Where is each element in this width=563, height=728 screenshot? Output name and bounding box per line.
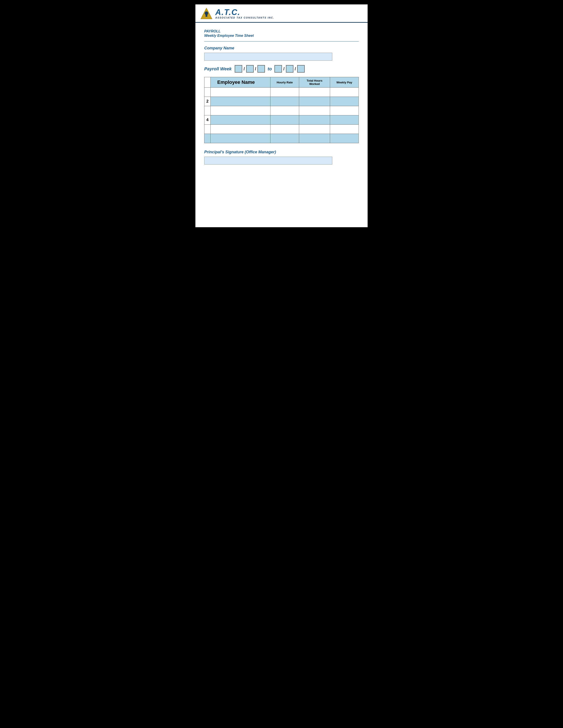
total-hours-6[interactable]: [299, 134, 330, 143]
weekly-pay-3[interactable]: [330, 106, 359, 115]
employee-name-6[interactable]: [211, 134, 270, 143]
employee-name-4[interactable]: [211, 115, 270, 125]
hourly-rate-3[interactable]: [270, 106, 299, 115]
sep3: /: [283, 66, 285, 71]
col-pay-header: Weekly Pay: [330, 77, 359, 88]
to-label: to: [267, 66, 272, 71]
employee-name-2[interactable]: [211, 97, 270, 106]
sep2: /: [255, 66, 256, 71]
row-num-4: 4: [204, 115, 211, 125]
end-year-input[interactable]: [297, 65, 305, 73]
table-row: [204, 88, 359, 97]
page: A.T.C. ASSOCIATED TAX CONSULTANTS INC. P…: [195, 4, 368, 227]
weekly-pay-2[interactable]: [330, 97, 359, 106]
total-hours-5[interactable]: [299, 125, 330, 134]
col-hourly-header: Hourly Rate: [270, 77, 299, 88]
col-employee-header: Employee Name: [211, 77, 270, 88]
row-num-5: [204, 125, 211, 134]
hourly-rate-6[interactable]: [270, 134, 299, 143]
table-row: 4: [204, 115, 359, 125]
company-name-label: Company Name: [204, 46, 359, 51]
timesheet-table: Employee Name Hourly Rate Total Hours Wo…: [204, 77, 359, 143]
row-num-1: [204, 88, 211, 97]
signature-input[interactable]: [204, 157, 332, 165]
total-hours-4[interactable]: [299, 115, 330, 125]
start-year-input[interactable]: [257, 65, 265, 73]
sep1: /: [243, 66, 245, 71]
employee-name-3[interactable]: [211, 106, 270, 115]
brand-short: A.T.C.: [215, 8, 274, 16]
start-day-input[interactable]: [246, 65, 254, 73]
content-area: PAYROLL Weekly Employee Time Sheet Compa…: [195, 23, 368, 171]
page-subtitle: Weekly Employee Time Sheet: [204, 34, 359, 38]
hourly-rate-4[interactable]: [270, 115, 299, 125]
hourly-rate-5[interactable]: [270, 125, 299, 134]
table-row: [204, 106, 359, 115]
payroll-week-row: Payroll Week / / to / /: [204, 65, 359, 73]
weekly-pay-4[interactable]: [330, 115, 359, 125]
table-row: [204, 134, 359, 143]
employee-name-5[interactable]: [211, 125, 270, 134]
svg-point-1: [205, 11, 208, 15]
brand-full: ASSOCIATED TAX CONSULTANTS INC.: [215, 16, 274, 19]
total-hours-1[interactable]: [299, 88, 330, 97]
header: A.T.C. ASSOCIATED TAX CONSULTANTS INC.: [195, 4, 368, 23]
signature-label: Principal's Signature (Office Manager): [204, 150, 359, 154]
row-num-6: [204, 134, 211, 143]
hourly-rate-1[interactable]: [270, 88, 299, 97]
end-day-input[interactable]: [286, 65, 294, 73]
payroll-week-label: Payroll Week: [204, 66, 231, 71]
sep4: /: [295, 66, 296, 71]
table-row: 2: [204, 97, 359, 106]
weekly-pay-6[interactable]: [330, 134, 359, 143]
total-hours-2[interactable]: [299, 97, 330, 106]
logo: [200, 7, 213, 20]
total-hours-3[interactable]: [299, 106, 330, 115]
employee-name-1[interactable]: [211, 88, 270, 97]
svg-rect-2: [205, 15, 207, 17]
weekly-pay-5[interactable]: [330, 125, 359, 134]
row-num-3: [204, 106, 211, 115]
row-num-2: 2: [204, 97, 211, 106]
start-month-input[interactable]: [235, 65, 242, 73]
header-brand: A.T.C. ASSOCIATED TAX CONSULTANTS INC.: [215, 8, 274, 19]
end-month-input[interactable]: [274, 65, 282, 73]
col-hours-header: Total Hours Worked: [299, 77, 330, 88]
hourly-rate-2[interactable]: [270, 97, 299, 106]
payroll-title: PAYROLL: [204, 29, 359, 33]
weekly-pay-1[interactable]: [330, 88, 359, 97]
table-row: [204, 125, 359, 134]
company-name-input[interactable]: [204, 53, 332, 61]
